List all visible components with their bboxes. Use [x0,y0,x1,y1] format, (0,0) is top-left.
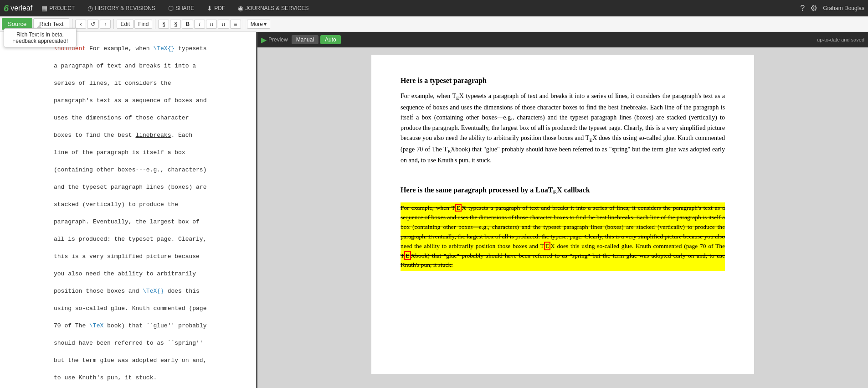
italic-btn[interactable]: i [194,20,205,29]
toolbar-separator-4 [244,19,244,29]
nav-pdf[interactable]: ⬇ PDF [203,3,229,14]
section2-title: Here is the same paragraph processed by … [401,186,725,196]
share-icon: ⬡ [168,5,174,12]
tex-cmd-1: \TeX{} [153,45,175,52]
nav-back-btn[interactable]: ‹ [75,20,86,29]
find-btn[interactable]: Find [134,20,152,29]
nav-project-label: PROJECT [49,5,75,11]
navbar: 6 verleaf ▦ PROJECT ◷ HISTORY & REVISION… [0,0,868,16]
edit-btn[interactable]: Edit [117,20,134,29]
nav-share-label: SHARE [175,5,194,11]
section2-highlight-body: For example, when TEX typesets a paragra… [401,202,725,271]
section-gap [401,175,725,186]
auto-btn[interactable]: Auto [320,35,341,44]
rich-text-tooltip: Rich Text is in beta. Feedback appreciat… [4,28,77,47]
user-name: Graham Douglas [823,5,864,11]
tex-cmd-3: \TeX [89,322,103,329]
preview-toolbar: ▶ Preview Manual Auto up-to-date and sav… [257,32,868,47]
preview-pane: ▶ Preview Manual Auto up-to-date and sav… [257,32,868,388]
history-icon: ◷ [87,5,93,12]
section-sign2-btn[interactable]: § [170,20,181,29]
journals-icon: ◉ [238,5,243,12]
pi-btn[interactable]: π [206,20,217,29]
linebreaks-word: linebreaks [135,132,171,139]
section1-body: For example, when TEX typesets a paragra… [401,91,725,166]
logo[interactable]: 6 verleaf [4,3,32,14]
main-area: 155 \noindent For example, when \TeX{} t… [0,32,868,388]
tex-logo-2: E [589,135,592,141]
toolbar-separator-3 [155,19,155,29]
pdf-icon: ⬇ [207,5,212,12]
more-arrow-icon: ▾ [264,21,267,27]
overleaf-logo-icon: 6 [4,3,9,14]
nav-right: ? ⚙ Graham Douglas [800,3,864,13]
line-content-155[interactable]: \noindent For example, when \TeX{} types… [18,36,256,388]
section1-title: Here is a typeset paragraph [401,77,725,85]
overleaf-logo-text: verleaf [10,4,32,12]
editor-pane[interactable]: 155 \noindent For example, when \TeX{} t… [0,32,257,388]
nav-history-label: HISTORY & REVISIONS [95,5,155,11]
save-status: up-to-date and saved [817,37,864,42]
tex-logo-4: E [553,186,557,194]
tex-red-box: E [455,204,462,212]
more-btn[interactable]: More ▾ [247,20,270,29]
toolbar-separator-1 [72,19,72,29]
history-undo-btn[interactable]: ↺ [87,20,99,29]
bold-btn[interactable]: B [182,20,193,29]
nav-share[interactable]: ⬡ SHARE [164,3,198,14]
editor-content: 155 \noindent For example, when \TeX{} t… [0,32,256,388]
help-icon[interactable]: ? [800,4,805,13]
line-number-155: 155 [0,36,18,388]
nav-pdf-label: PDF [214,5,225,11]
toolbar-separator-2 [113,19,114,29]
nav-fwd-btn[interactable]: › [100,20,111,29]
nav-history[interactable]: ◷ HISTORY & REVISIONS [84,3,159,14]
nav-journals-label: JOURNALS & SERVICES [245,5,308,11]
more-label: More [251,21,263,27]
list-btn[interactable]: ≡ [230,20,241,29]
table-row: 155 \noindent For example, when \TeX{} t… [0,36,256,388]
preview-page: Here is a typeset paragraph For example,… [371,55,754,374]
settings-icon[interactable]: ⚙ [810,3,817,13]
tex-logo-3: E [447,146,451,153]
tex-red-box-2: E [544,242,550,250]
editor-toolbar: Source Rich Text ‹ ↺ › Edit Find § § B i… [0,16,868,32]
preview-label: Preview [268,36,288,43]
tooltip-arrow [36,25,42,28]
preview-content: Here is a typeset paragraph For example,… [257,47,868,388]
section-sign-btn[interactable]: § [158,20,169,29]
tex-logo-1: E [456,93,459,99]
preview-play-icon: ▶ [261,36,267,44]
nav-journals[interactable]: ◉ JOURNALS & SERVICES [234,3,312,14]
pi2-btn[interactable]: π [218,20,229,29]
tooltip-text: Rich Text is in beta. Feedback appreciat… [12,31,68,44]
tex-red-box-3: E [404,251,411,260]
nav-project[interactable]: ▦ PROJECT [38,3,78,14]
manual-btn[interactable]: Manual [292,35,318,44]
tex-cmd-2: \TeX{} [143,288,164,295]
project-icon: ▦ [41,5,47,12]
